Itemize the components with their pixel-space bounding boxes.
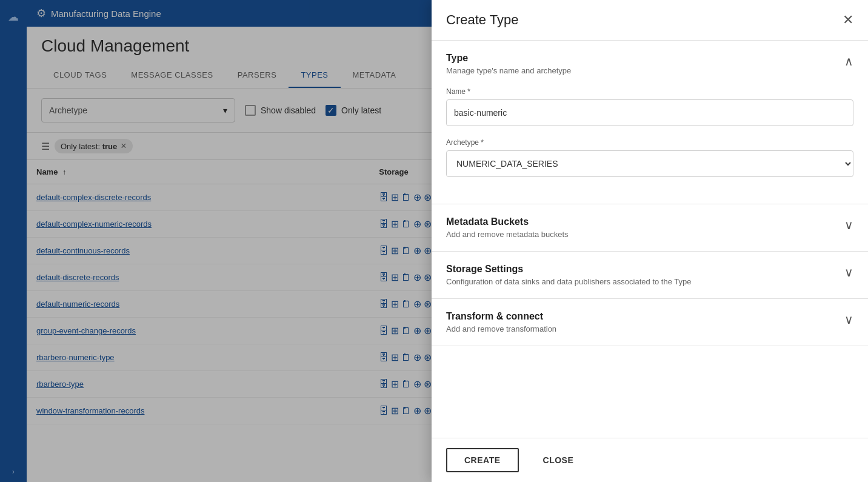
accordion-subtitle-metadata-buckets: Add and remove metadata buckets [446, 230, 569, 239]
archetype-field-select[interactable]: NUMERIC_DATA_SERIES DISCRETE_DATA_SERIES… [446, 150, 853, 177]
accordion-subtitle-storage: Configuration of data sinks and data pub… [446, 277, 691, 286]
accordion-section-transform: Transform & connect Add and remove trans… [432, 299, 868, 346]
field-group-name: Name * [446, 87, 853, 126]
name-field-input[interactable] [446, 99, 853, 126]
accordion-chevron-transform: ∨ [844, 312, 853, 327]
accordion-title-metadata-buckets: Metadata Buckets [446, 216, 569, 227]
accordion-header-storage[interactable]: Storage Settings Configuration of data s… [432, 252, 868, 298]
accordion-section-storage: Storage Settings Configuration of data s… [432, 252, 868, 299]
accordion-title-transform: Transform & connect [446, 311, 556, 322]
accordion-header-transform[interactable]: Transform & connect Add and remove trans… [432, 299, 868, 346]
accordion-title-storage: Storage Settings [446, 264, 691, 275]
dialog-body: Type Manage type's name and archetype ∧ … [432, 41, 868, 438]
accordion-header-metadata-buckets[interactable]: Metadata Buckets Add and remove metadata… [432, 204, 868, 251]
field-group-archetype: Archetype * NUMERIC_DATA_SERIES DISCRETE… [446, 138, 853, 177]
accordion-subtitle-transform: Add and remove transformation [446, 324, 556, 333]
accordion-content-type: Name * Archetype * NUMERIC_DATA_SERIES D… [432, 87, 868, 204]
dialog-title: Create Type [446, 12, 518, 28]
accordion-chevron-metadata-buckets: ∨ [844, 218, 853, 232]
create-type-dialog: Create Type ✕ Type Manage type's name an… [432, 0, 868, 482]
dialog-footer: CREATE CLOSE [432, 438, 868, 482]
accordion-subtitle-type: Manage type's name and archetype [446, 66, 571, 75]
accordion-chevron-type: ∧ [844, 54, 853, 69]
accordion-section-metadata-buckets: Metadata Buckets Add and remove metadata… [432, 204, 868, 252]
name-field-label: Name * [446, 87, 853, 96]
accordion-title-type: Type [446, 53, 571, 64]
accordion-chevron-storage: ∨ [844, 265, 853, 279]
create-button[interactable]: CREATE [446, 448, 519, 472]
accordion-header-type[interactable]: Type Manage type's name and archetype ∧ [432, 41, 868, 87]
accordion-section-type: Type Manage type's name and archetype ∧ … [432, 41, 868, 204]
close-button[interactable]: CLOSE [526, 449, 591, 471]
dialog-close-button[interactable]: ✕ [843, 13, 853, 27]
dialog-header: Create Type ✕ [432, 0, 868, 41]
archetype-field-label: Archetype * [446, 138, 853, 147]
